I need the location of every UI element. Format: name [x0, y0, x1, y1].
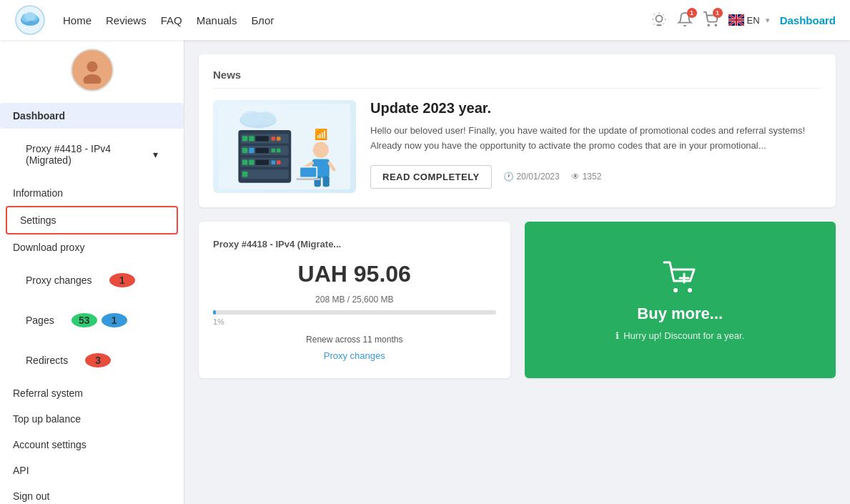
sidebar-item-proxy4418[interactable]: Proxy #4418 - IPv4 (Migrated) ▾ — [0, 129, 184, 180]
news-item: 📶 Update 2023 year. Hello our beloved us… — [213, 100, 821, 193]
dashboard-nav-link[interactable]: Dashboard — [780, 14, 836, 26]
buy-more-title: Buy more... — [637, 305, 723, 323]
news-actions: READ COMPLETELY 🕐 20/01/2023 👁 1352 — [370, 165, 821, 189]
svg-point-7 — [715, 24, 716, 26]
eye-icon: 👁 — [571, 172, 580, 182]
progress-label: 1% — [213, 317, 224, 326]
svg-point-5 — [656, 15, 662, 21]
sidebar-link-settings[interactable]: Settings — [6, 206, 178, 234]
svg-rect-33 — [277, 160, 281, 164]
clock-icon: 🕐 — [503, 172, 514, 182]
renew-text: Renew across 11 months — [306, 335, 402, 345]
sidebar-item-api[interactable]: API — [0, 458, 184, 483]
pages-badge-extra: 1 — [102, 313, 127, 327]
svg-rect-31 — [255, 159, 268, 164]
news-date: 🕐 20/01/2023 — [503, 172, 560, 182]
news-headline: Update 2023 year. — [370, 100, 821, 117]
svg-rect-19 — [255, 136, 268, 141]
svg-rect-24 — [249, 148, 254, 153]
svg-point-10 — [83, 74, 101, 84]
avatar — [71, 49, 114, 92]
sidebar-item-referral[interactable]: Referral system — [0, 380, 184, 406]
svg-rect-29 — [242, 159, 247, 164]
sidebar: Dashboard Proxy #4418 - IPv4 (Migrated) … — [0, 40, 184, 504]
svg-rect-27 — [277, 149, 281, 153]
nav-faq[interactable]: FAQ — [161, 14, 182, 26]
top-navigation: Home Reviews FAQ Manuals Блог 1 — [0, 0, 850, 40]
sidebar-item-topup[interactable]: Top up balance — [0, 406, 184, 432]
svg-point-14 — [257, 112, 275, 124]
nav-manuals[interactable]: Manuals — [197, 14, 237, 26]
cart-icon-btn[interactable]: 1 — [703, 11, 718, 29]
progress-bar-wrapper — [213, 310, 496, 315]
svg-point-36 — [313, 142, 329, 158]
sidebar-link-api[interactable]: API — [0, 458, 184, 483]
sidebar-item-proxy-changes[interactable]: Proxy changes 1 — [0, 260, 184, 300]
proxy-card-header: Proxy #4418 - IPv4 (Migrate... — [213, 239, 341, 249]
sidebar-item-information[interactable]: Information — [0, 180, 184, 206]
lang-chevron-icon: ▾ — [766, 16, 770, 25]
sidebar-item-download-proxy[interactable]: Download proxy — [0, 234, 184, 260]
sidebar-link-referral[interactable]: Referral system — [0, 380, 184, 406]
svg-rect-20 — [272, 137, 276, 141]
sidebar-link-pages[interactable]: Pages 53 1 — [0, 300, 184, 340]
sidebar-item-dashboard[interactable]: Dashboard — [0, 103, 184, 129]
news-views: 👁 1352 — [571, 172, 602, 182]
sidebar-link-account[interactable]: Account settings — [0, 432, 184, 458]
sidebar-link-signout[interactable]: Sign out — [0, 483, 184, 504]
news-meta: 🕐 20/01/2023 👁 1352 — [503, 172, 602, 182]
sidebar-item-signout[interactable]: Sign out — [0, 483, 184, 504]
nav-blog[interactable]: Блог — [251, 14, 274, 26]
logo[interactable] — [14, 4, 46, 36]
svg-text:📶: 📶 — [315, 128, 328, 141]
sidebar-link-redirects[interactable]: Redirects 3 — [0, 340, 184, 380]
info-icon: ℹ — [616, 330, 619, 341]
sidebar-item-settings[interactable]: Settings — [0, 206, 184, 234]
nav-reviews[interactable]: Reviews — [106, 14, 147, 26]
svg-rect-32 — [272, 160, 276, 164]
buy-more-card[interactable]: Buy more... ℹ Hurry up! Discount for a y… — [525, 222, 836, 378]
sidebar-link-dashboard[interactable]: Dashboard — [0, 103, 184, 129]
nav-links: Home Reviews FAQ Manuals Блог — [63, 14, 651, 26]
svg-rect-21 — [277, 137, 281, 141]
svg-point-4 — [24, 12, 36, 21]
news-card: News — [199, 54, 836, 207]
nav-right: 1 1 EN ▾ Dashboard — [651, 11, 836, 29]
sidebar-link-download-proxy[interactable]: Download proxy — [0, 234, 184, 260]
sidebar-link-proxy4418[interactable]: Proxy #4418 - IPv4 (Migrated) ▾ — [0, 129, 184, 180]
proxy-changes-link[interactable]: Proxy changes — [324, 350, 385, 361]
sidebar-item-account[interactable]: Account settings — [0, 432, 184, 458]
pages-badge-count: 53 — [71, 313, 97, 327]
svg-rect-25 — [255, 148, 268, 153]
svg-rect-17 — [242, 136, 247, 141]
cards-row: Proxy #4418 - IPv4 (Migrate... UAH 95.06… — [199, 222, 836, 378]
bell-icon-btn[interactable]: 1 — [677, 11, 693, 29]
svg-point-46 — [673, 288, 678, 292]
proxy-card: Proxy #4418 - IPv4 (Migrate... UAH 95.06… — [199, 222, 510, 378]
buy-hurry-text: ℹ Hurry up! Discount for a year. — [616, 330, 744, 341]
sidebar-link-proxy-changes[interactable]: Proxy changes 1 — [0, 260, 184, 300]
language-selector[interactable]: EN ▾ — [728, 14, 770, 26]
nav-home[interactable]: Home — [63, 14, 92, 26]
news-excerpt: Hello our beloved user! Finally, you hav… — [370, 124, 821, 154]
read-completely-button[interactable]: READ COMPLETELY — [370, 165, 492, 189]
lang-label: EN — [747, 15, 760, 26]
svg-point-6 — [708, 24, 709, 26]
sidebar-link-topup[interactable]: Top up balance — [0, 406, 184, 432]
sidebar-link-information[interactable]: Information — [0, 180, 184, 206]
sidebar-menu: Dashboard Proxy #4418 - IPv4 (Migrated) … — [0, 103, 184, 504]
sidebar-item-redirects[interactable]: Redirects 3 — [0, 340, 184, 380]
svg-point-47 — [688, 288, 692, 292]
news-section-title: News — [213, 69, 821, 89]
svg-rect-34 — [241, 169, 288, 179]
bell-badge: 1 — [687, 8, 697, 18]
svg-rect-30 — [249, 159, 254, 164]
news-image: 📶 — [213, 100, 356, 193]
proxy-changes-badge: 1 — [109, 273, 135, 287]
main-content: News — [184, 40, 850, 504]
progress-bar-fill — [213, 310, 216, 315]
lightbulb-icon-btn[interactable] — [651, 11, 667, 29]
main-layout: Dashboard Proxy #4418 - IPv4 (Migrated) … — [0, 40, 850, 504]
cart-buy-icon — [663, 260, 697, 296]
sidebar-item-pages[interactable]: Pages 53 1 — [0, 300, 184, 340]
